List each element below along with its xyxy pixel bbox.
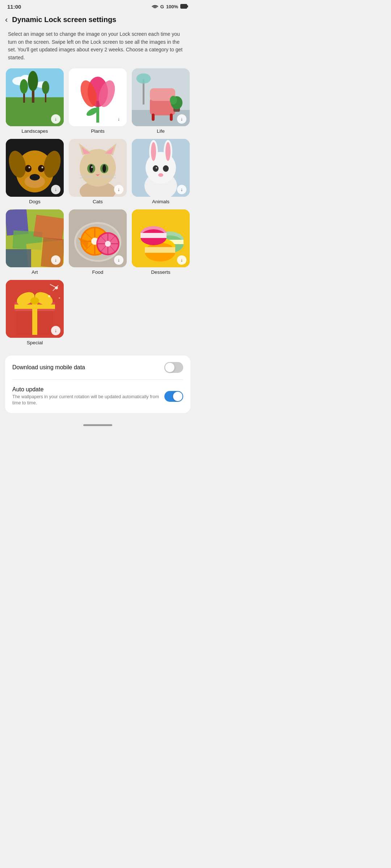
svg-line-56 <box>80 178 93 178</box>
wifi-icon <box>152 4 158 10</box>
mobile-data-toggle[interactable] <box>164 362 183 373</box>
battery-text: 100% <box>166 4 178 9</box>
mobile-data-label: Download using mobile data <box>12 364 85 370</box>
grid-label-animals: Animals <box>152 199 169 204</box>
svg-point-66 <box>153 165 159 172</box>
svg-point-123 <box>59 297 60 299</box>
toggle-knob-auto <box>173 392 182 401</box>
download-badge-cats: ↓ <box>114 185 123 194</box>
toggle-knob-mobile <box>165 363 175 372</box>
svg-point-122 <box>48 295 50 297</box>
svg-point-44 <box>80 149 116 187</box>
download-badge-plants: ↓ <box>114 114 123 124</box>
svg-point-11 <box>20 79 28 94</box>
page-description: Select an image set to change the image … <box>0 29 196 68</box>
grid-label-food: Food <box>92 269 104 275</box>
auto-update-toggle[interactable] <box>164 391 183 402</box>
grid-label-dogs: Dogs <box>29 199 41 204</box>
grid-item-landscapes[interactable]: ↓ Landscapes <box>6 68 64 134</box>
home-indicator <box>83 424 112 426</box>
grid-label-plants: Plants <box>91 128 105 134</box>
grid-item-life[interactable]: ↓ Life <box>132 68 190 134</box>
svg-rect-115 <box>14 305 55 309</box>
status-icons: G 100% <box>152 4 188 10</box>
svg-point-39 <box>38 165 45 172</box>
grid-label-cats: Cats <box>93 199 103 204</box>
grid-item-plants[interactable]: ↓ Plants <box>69 68 127 134</box>
auto-update-label: Auto update <box>12 386 159 393</box>
download-badge-life: ↓ <box>177 114 186 124</box>
svg-rect-2 <box>181 4 187 8</box>
bottom-bar <box>0 413 196 433</box>
svg-point-118 <box>30 297 39 305</box>
grid-item-animals[interactable]: ↓ Animals <box>132 139 190 204</box>
svg-rect-107 <box>140 233 167 238</box>
grid-label-desserts: Desserts <box>151 269 170 275</box>
svg-point-37 <box>30 174 40 180</box>
auto-update-sublabel: The wallpapers in your current rotation … <box>12 394 159 407</box>
svg-point-69 <box>158 173 163 177</box>
download-badge-animals: ↓ <box>177 185 186 194</box>
status-bar: 11:00 G 100% <box>0 0 196 12</box>
svg-point-40 <box>29 166 30 168</box>
settings-card: Download using mobile data Auto update T… <box>5 356 190 413</box>
svg-rect-74 <box>33 214 64 240</box>
svg-point-64 <box>151 142 156 161</box>
grid-item-food[interactable]: ↓ Food <box>69 209 127 275</box>
grid-item-art[interactable]: ↓ Art <box>6 209 64 275</box>
svg-point-67 <box>163 165 169 172</box>
status-time: 11:00 <box>7 4 21 10</box>
back-button[interactable]: ‹ <box>5 16 8 24</box>
mobile-data-row: Download using mobile data <box>12 356 183 379</box>
grid-label-life: Life <box>157 128 165 134</box>
svg-point-41 <box>42 166 43 168</box>
grid-label-landscapes: Landscapes <box>22 128 48 134</box>
svg-point-65 <box>165 142 171 161</box>
download-badge-desserts: ↓ <box>177 255 186 265</box>
grid-item-dogs[interactable]: ↓ Dogs <box>6 139 64 204</box>
signal-icon: G <box>160 4 164 9</box>
svg-rect-103 <box>145 247 175 253</box>
grid-item-cats[interactable]: ↓ Cats <box>69 139 127 204</box>
svg-point-121 <box>55 286 58 289</box>
auto-update-row: Auto update The wallpapers in your curre… <box>12 379 183 413</box>
svg-point-51 <box>89 165 93 173</box>
battery-icon <box>180 4 188 10</box>
grid-label-special: Special <box>27 340 43 345</box>
svg-point-52 <box>102 165 106 173</box>
download-badge-food: ↓ <box>114 255 123 265</box>
svg-point-28 <box>170 96 177 105</box>
svg-rect-1 <box>187 5 188 7</box>
download-badge-art: ↓ <box>51 255 60 265</box>
svg-rect-24 <box>152 114 155 121</box>
grid-item-desserts[interactable]: ↓ Desserts <box>132 209 190 275</box>
download-badge-special: ↓ <box>51 326 60 335</box>
svg-point-30 <box>136 73 151 84</box>
grid-item-special[interactable]: ↓ Special <box>6 280 64 345</box>
svg-point-9 <box>28 71 38 91</box>
page-title: Dynamic Lock screen settings <box>12 16 116 24</box>
svg-rect-25 <box>170 114 173 121</box>
svg-point-38 <box>25 165 31 172</box>
svg-point-53 <box>91 166 93 168</box>
download-badge-landscapes: ↓ <box>51 114 60 124</box>
download-badge-dogs: ↓ <box>51 185 60 194</box>
category-grid: ↓ Landscapes <box>0 68 196 349</box>
svg-line-58 <box>102 178 116 178</box>
page-header: ‹ Dynamic Lock screen settings <box>0 12 196 29</box>
svg-point-94 <box>105 241 111 247</box>
svg-point-68 <box>156 167 157 169</box>
svg-point-13 <box>42 81 49 94</box>
grid-label-art: Art <box>31 269 38 275</box>
svg-rect-76 <box>6 249 31 267</box>
